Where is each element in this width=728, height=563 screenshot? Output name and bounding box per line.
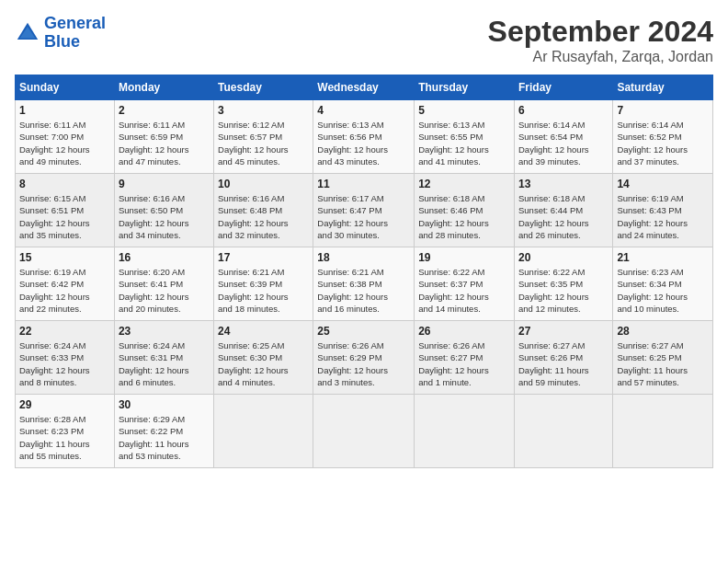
day-cell: 9Sunrise: 6:16 AM Sunset: 6:50 PM Daylig… — [114, 174, 213, 247]
day-number: 6 — [518, 104, 609, 117]
logo-icon — [15, 20, 40, 46]
day-number: 10 — [218, 178, 309, 190]
calendar: SundayMondayTuesdayWednesdayThursdayFrid… — [15, 75, 713, 468]
day-info: Sunrise: 6:21 AM Sunset: 6:38 PM Dayligh… — [317, 266, 410, 315]
day-number: 22 — [19, 325, 110, 338]
logo-line2: Blue — [44, 32, 80, 51]
day-info: Sunrise: 6:11 AM Sunset: 7:00 PM Dayligh… — [19, 119, 110, 167]
day-info: Sunrise: 6:23 AM Sunset: 6:34 PM Dayligh… — [617, 266, 709, 315]
logo: General Blue — [15, 15, 106, 52]
weekday-header-thursday: Thursday — [415, 75, 515, 100]
day-info: Sunrise: 6:24 AM Sunset: 6:31 PM Dayligh… — [119, 339, 210, 388]
day-cell: 8Sunrise: 6:15 AM Sunset: 6:51 PM Daylig… — [16, 174, 115, 247]
day-info: Sunrise: 6:17 AM Sunset: 6:47 PM Dayligh… — [317, 192, 410, 241]
day-cell — [613, 395, 713, 468]
day-cell: 15Sunrise: 6:19 AM Sunset: 6:42 PM Dayli… — [16, 247, 115, 321]
day-info: Sunrise: 6:22 AM Sunset: 6:35 PM Dayligh… — [518, 266, 609, 315]
day-cell: 26Sunrise: 6:26 AM Sunset: 6:27 PM Dayli… — [415, 321, 515, 395]
page-subtitle: Ar Rusayfah, Zarqa, Jordan — [488, 49, 713, 65]
day-info: Sunrise: 6:21 AM Sunset: 6:39 PM Dayligh… — [218, 266, 309, 315]
day-info: Sunrise: 6:27 AM Sunset: 6:26 PM Dayligh… — [518, 339, 609, 388]
day-info: Sunrise: 6:13 AM Sunset: 6:56 PM Dayligh… — [317, 119, 410, 167]
weekday-header-saturday: Saturday — [613, 75, 713, 100]
day-cell: 28Sunrise: 6:27 AM Sunset: 6:25 PM Dayli… — [613, 321, 713, 395]
logo-text: General Blue — [44, 15, 106, 52]
day-number: 9 — [119, 178, 210, 190]
day-number: 1 — [19, 104, 110, 117]
day-cell: 5Sunrise: 6:13 AM Sunset: 6:55 PM Daylig… — [415, 100, 515, 174]
day-cell: 30Sunrise: 6:29 AM Sunset: 6:22 PM Dayli… — [114, 395, 213, 468]
day-cell — [514, 395, 612, 468]
day-info: Sunrise: 6:25 AM Sunset: 6:30 PM Dayligh… — [218, 339, 309, 388]
day-number: 15 — [19, 251, 110, 264]
page-title: September 2024 — [488, 15, 713, 49]
day-number: 3 — [218, 104, 309, 117]
day-number: 25 — [317, 325, 410, 338]
day-cell — [313, 395, 415, 468]
day-number: 29 — [19, 398, 110, 411]
day-number: 27 — [518, 325, 609, 338]
day-number: 7 — [617, 104, 709, 117]
day-info: Sunrise: 6:24 AM Sunset: 6:33 PM Dayligh… — [19, 339, 110, 388]
day-number: 30 — [119, 398, 210, 411]
day-number: 13 — [518, 178, 609, 190]
day-info: Sunrise: 6:26 AM Sunset: 6:29 PM Dayligh… — [317, 339, 410, 388]
day-cell: 1Sunrise: 6:11 AM Sunset: 7:00 PM Daylig… — [16, 100, 115, 174]
day-cell: 6Sunrise: 6:14 AM Sunset: 6:54 PM Daylig… — [514, 100, 612, 174]
day-number: 2 — [119, 104, 210, 117]
day-cell: 14Sunrise: 6:19 AM Sunset: 6:43 PM Dayli… — [613, 174, 713, 247]
day-info: Sunrise: 6:27 AM Sunset: 6:25 PM Dayligh… — [617, 339, 709, 388]
day-cell: 7Sunrise: 6:14 AM Sunset: 6:52 PM Daylig… — [613, 100, 713, 174]
day-cell: 18Sunrise: 6:21 AM Sunset: 6:38 PM Dayli… — [313, 247, 415, 321]
day-info: Sunrise: 6:29 AM Sunset: 6:22 PM Dayligh… — [119, 413, 210, 462]
week-row-2: 8Sunrise: 6:15 AM Sunset: 6:51 PM Daylig… — [16, 174, 713, 247]
page: General Blue September 2024 Ar Rusayfah,… — [0, 0, 728, 563]
day-cell: 23Sunrise: 6:24 AM Sunset: 6:31 PM Dayli… — [114, 321, 213, 395]
title-block: September 2024 Ar Rusayfah, Zarqa, Jorda… — [488, 15, 713, 65]
day-info: Sunrise: 6:14 AM Sunset: 6:52 PM Dayligh… — [617, 119, 709, 167]
day-info: Sunrise: 6:11 AM Sunset: 6:59 PM Dayligh… — [119, 119, 210, 167]
day-number: 18 — [317, 251, 410, 264]
day-cell: 24Sunrise: 6:25 AM Sunset: 6:30 PM Dayli… — [214, 321, 313, 395]
week-row-3: 15Sunrise: 6:19 AM Sunset: 6:42 PM Dayli… — [16, 247, 713, 321]
day-number: 28 — [617, 325, 709, 338]
weekday-header-friday: Friday — [514, 75, 612, 100]
day-cell: 4Sunrise: 6:13 AM Sunset: 6:56 PM Daylig… — [313, 100, 415, 174]
day-number: 20 — [518, 251, 609, 264]
day-cell: 21Sunrise: 6:23 AM Sunset: 6:34 PM Dayli… — [613, 247, 713, 321]
day-info: Sunrise: 6:16 AM Sunset: 6:48 PM Dayligh… — [218, 192, 309, 241]
day-number: 11 — [317, 178, 410, 190]
weekday-header-wednesday: Wednesday — [313, 75, 415, 100]
day-info: Sunrise: 6:19 AM Sunset: 6:43 PM Dayligh… — [617, 192, 709, 241]
weekday-header-monday: Monday — [114, 75, 213, 100]
week-row-4: 22Sunrise: 6:24 AM Sunset: 6:33 PM Dayli… — [16, 321, 713, 395]
day-number: 8 — [19, 178, 110, 190]
header: General Blue September 2024 Ar Rusayfah,… — [15, 15, 713, 65]
day-number: 4 — [317, 104, 410, 117]
day-info: Sunrise: 6:14 AM Sunset: 6:54 PM Dayligh… — [518, 119, 609, 167]
day-number: 12 — [418, 178, 510, 190]
day-info: Sunrise: 6:26 AM Sunset: 6:27 PM Dayligh… — [418, 339, 510, 388]
day-number: 24 — [218, 325, 309, 338]
weekday-header-sunday: Sunday — [16, 75, 115, 100]
day-cell: 22Sunrise: 6:24 AM Sunset: 6:33 PM Dayli… — [16, 321, 115, 395]
day-info: Sunrise: 6:19 AM Sunset: 6:42 PM Dayligh… — [19, 266, 110, 315]
weekday-header-tuesday: Tuesday — [214, 75, 313, 100]
day-number: 14 — [617, 178, 709, 190]
day-info: Sunrise: 6:20 AM Sunset: 6:41 PM Dayligh… — [119, 266, 210, 315]
day-number: 16 — [119, 251, 210, 264]
day-cell: 13Sunrise: 6:18 AM Sunset: 6:44 PM Dayli… — [514, 174, 612, 247]
day-cell: 10Sunrise: 6:16 AM Sunset: 6:48 PM Dayli… — [214, 174, 313, 247]
day-info: Sunrise: 6:18 AM Sunset: 6:46 PM Dayligh… — [418, 192, 510, 241]
day-cell: 19Sunrise: 6:22 AM Sunset: 6:37 PM Dayli… — [415, 247, 515, 321]
day-number: 5 — [418, 104, 510, 117]
logo-line1: General — [44, 14, 106, 32]
day-info: Sunrise: 6:12 AM Sunset: 6:57 PM Dayligh… — [218, 119, 309, 167]
day-cell: 2Sunrise: 6:11 AM Sunset: 6:59 PM Daylig… — [114, 100, 213, 174]
day-number: 21 — [617, 251, 709, 264]
day-info: Sunrise: 6:18 AM Sunset: 6:44 PM Dayligh… — [518, 192, 609, 241]
day-cell: 27Sunrise: 6:27 AM Sunset: 6:26 PM Dayli… — [514, 321, 612, 395]
day-number: 17 — [218, 251, 309, 264]
day-cell: 17Sunrise: 6:21 AM Sunset: 6:39 PM Dayli… — [214, 247, 313, 321]
day-cell — [214, 395, 313, 468]
